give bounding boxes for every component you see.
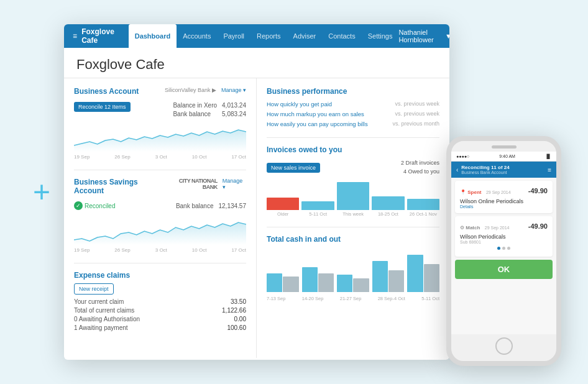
perf-vs-1: vs. previous week	[395, 111, 439, 117]
phone-content: 📍 Spent 29 Sep 2014 -49.90 Wilson Online…	[451, 181, 556, 279]
invoices-title: Invoices owed to you	[267, 145, 439, 154]
cf-bar-in-2	[337, 275, 352, 292]
phone-ok-button[interactable]: OK	[455, 260, 553, 279]
phone-dot-3	[507, 247, 510, 250]
phone-nav-title: Reconciling 11 of 24	[461, 165, 509, 170]
cashflow-chart	[267, 249, 439, 292]
inv-bar-1825: 18-25 Oct	[372, 196, 404, 217]
tab-dashboard[interactable]: Dashboard	[129, 24, 177, 48]
business-performance-card: Business performance How quickly you get…	[267, 87, 439, 127]
nav-user[interactable]: Nathaniel Hornblower ▼	[398, 29, 449, 43]
page-header: Foxglove Cafe	[64, 48, 449, 78]
phone-tx-label: Spent	[467, 190, 481, 195]
bank-balance-label: Bank balance	[173, 111, 211, 117]
business-savings-bank: CITY NATIONAL BANK	[165, 178, 218, 190]
cf-bar-in-0	[267, 273, 282, 292]
inv-bar-511-label: 5-11 Oct	[309, 211, 327, 217]
business-savings-chart-dates: 19 Sep 26 Sep 3 Oct 10 Oct 17 Oct	[74, 247, 246, 253]
business-account-card: Business Account SiliconValley Bank ▶ Ma…	[74, 87, 246, 160]
inv-bar-older-label: Older	[277, 211, 288, 217]
user-arrow: ▼	[445, 32, 449, 40]
perf-vs-2: vs. previous month	[392, 121, 439, 127]
cf-group-2	[337, 275, 369, 292]
logo-icon: ≡	[71, 31, 78, 41]
tab-adviser[interactable]: Adviser	[287, 24, 323, 48]
inv-bar-thisweek-label: This week	[342, 211, 364, 217]
page-title: Foxglove Cafe	[76, 57, 437, 73]
nav-right: Nathaniel Hornblower ▼ 📁 ✉ 1 ?	[398, 29, 449, 43]
business-account-title: Business Account	[74, 87, 139, 96]
phone-match-sub: Sub 68601	[460, 240, 548, 244]
savings-bank-balance-label: Bank balance	[176, 203, 214, 209]
perf-row-2: How easily you can pay upcoming bills vs…	[267, 121, 439, 127]
invoice-draft-info: 2 Draft invoices 4 Owed to you	[401, 159, 439, 176]
tab-settings[interactable]: Settings	[362, 24, 399, 48]
phone-tx-date: 29 Sep 2014	[486, 190, 511, 194]
cf-group-4	[407, 255, 439, 292]
expense-row-0: Your current claim 33.50	[74, 298, 246, 305]
expense-amount-2: 0.00	[234, 316, 246, 322]
tab-contacts[interactable]: Contacts	[322, 24, 361, 48]
inv-bar-1825-label: 18-25 Oct	[378, 211, 398, 217]
invoices-card: Invoices owed to you New sales invoice 2…	[267, 145, 439, 217]
inv-bar-thisweek-bar	[337, 182, 369, 210]
phone-screen: ●●●●○ 9:40 AM ▐▌ ‹ Reconciling 11 of 24 …	[451, 152, 556, 334]
phone-match-section: ⚙ Match 29 Sep 2014 -49.90 Wilson Period…	[455, 216, 553, 257]
cf-bar-in-3	[372, 261, 388, 292]
cf-group-1	[302, 267, 334, 292]
business-account-manage[interactable]: Manage ▾	[221, 87, 246, 93]
nav-logo: ≡ Foxglove Cafe	[71, 27, 117, 45]
tab-accounts[interactable]: Accounts	[177, 24, 217, 48]
cashflow-labels: 7-13 Sep 14-20 Sep 21-27 Sep 28 Sep-4 Oc…	[267, 296, 439, 301]
nav-bar: ≡ Foxglove Cafe Dashboard Accounts Payro…	[64, 24, 449, 48]
inv-bar-511-bar	[301, 201, 334, 210]
business-savings-manage[interactable]: Manage ▾	[223, 178, 246, 190]
phone-home-button[interactable]	[495, 337, 513, 355]
perf-row-1: How much markup you earn on sales vs. pr…	[267, 111, 439, 117]
inv-bar-older: Older	[267, 198, 299, 217]
perf-vs-0: vs. previous week	[395, 101, 439, 107]
expense-label-3: 1 Awaiting payment	[74, 324, 128, 331]
cf-bar-out-4	[424, 264, 439, 292]
cf-bar-out-3	[388, 270, 404, 292]
balance-in-xero-amount: 4,013.24	[222, 102, 246, 109]
new-receipt-button[interactable]: New receipt	[74, 283, 114, 295]
phone-battery: ▐▌	[545, 154, 551, 158]
phone-tx-details[interactable]: Details	[460, 204, 548, 209]
expense-row-3: 1 Awaiting payment 100.60	[74, 324, 246, 331]
phone-match-label: Match	[466, 225, 480, 231]
right-column: Business performance How quickly you get…	[257, 78, 449, 358]
expense-amount-3: 100.60	[227, 324, 246, 331]
nav-tabs: Dashboard Accounts Payroll Reports Advis…	[129, 24, 399, 48]
invoices-header: New sales invoice 2 Draft invoices 4 Owe…	[267, 159, 439, 176]
phone-tx-name: Wilson Online Periodicals	[460, 198, 548, 204]
check-icon: ✓	[74, 201, 83, 210]
phone-match-amount: -49.90	[528, 222, 548, 230]
expense-amount-1: 1,122.66	[222, 307, 246, 314]
balance-in-xero-label: Balance in Xero	[173, 102, 217, 109]
perf-label-0[interactable]: How quickly you get paid	[267, 101, 332, 107]
phone-match-date: 29 Sep 2014	[485, 226, 510, 230]
tab-payroll[interactable]: Payroll	[217, 24, 250, 48]
reconcile-button[interactable]: Reconcile 12 Items	[74, 102, 131, 112]
phone-back-icon[interactable]: ‹	[456, 167, 458, 173]
phone-pin-icon: 📍	[460, 190, 467, 195]
draft-invoices: 2 Draft invoices	[401, 159, 439, 168]
phone-spent-transaction: 📍 Spent 29 Sep 2014 -49.90 Wilson Online…	[455, 181, 553, 213]
invoice-chart: Older 5-11 Oct This week 18-25 Oct	[267, 180, 439, 217]
cf-bar-out-0	[283, 277, 298, 292]
perf-label-2[interactable]: How easily you can pay upcoming bills	[267, 121, 368, 127]
business-account-chart-dates: 19 Sep 26 Sep 3 Oct 10 Oct 17 Oct	[74, 154, 246, 160]
expense-label-1: Total of current claims	[74, 307, 134, 314]
app-name: Foxglove Cafe	[81, 27, 117, 45]
cf-bar-in-1	[302, 267, 318, 292]
cf-bar-in-4	[407, 255, 423, 292]
phone-menu-icon[interactable]: ≡	[548, 167, 551, 173]
perf-label-1[interactable]: How much markup you earn on sales	[267, 111, 364, 117]
scene: + ≡ Foxglove Cafe Dashboard Accounts Pay…	[27, 12, 561, 372]
phone-time: 9:40 AM	[499, 154, 515, 158]
new-sales-invoice-button[interactable]: New sales invoice	[267, 163, 320, 173]
phone-dots	[460, 247, 548, 250]
tab-reports[interactable]: Reports	[250, 24, 287, 48]
cashflow-title: Total cash in and out	[267, 235, 439, 244]
